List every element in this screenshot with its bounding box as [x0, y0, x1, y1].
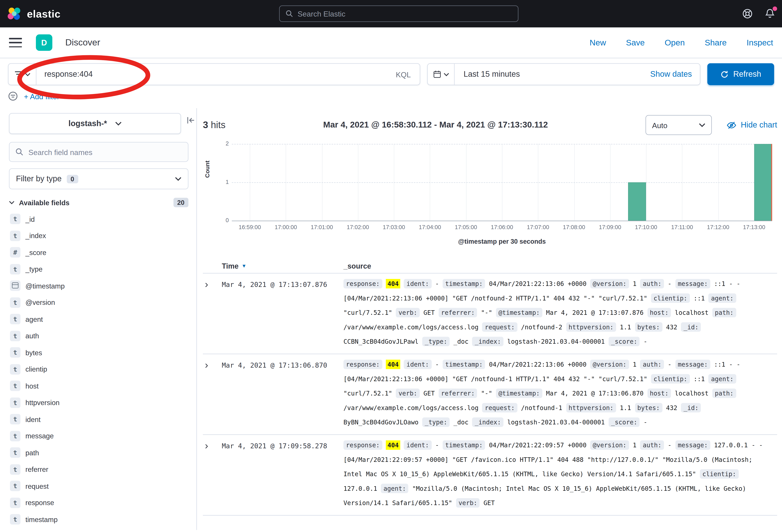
x-tick-label: 17:01:00	[311, 224, 333, 230]
header-action-open[interactable]: Open	[665, 38, 685, 47]
field-item-_index[interactable]: t_index	[9, 227, 188, 244]
source-field-name: _id:	[681, 403, 701, 413]
field-item-httpversion[interactable]: thttpversion	[9, 394, 188, 411]
expand-row-button[interactable]: ›	[203, 276, 222, 290]
calendar-menu-button[interactable]	[428, 64, 455, 85]
filter-list-icon	[14, 71, 22, 78]
source-field-name: agent:	[381, 484, 408, 493]
field-search-input[interactable]: Search field names	[9, 142, 188, 162]
table-body: ›Mar 4, 2021 @ 17:13:07.876response: 404…	[203, 274, 777, 516]
filter-by-type-dropdown[interactable]: Filter by type 0	[9, 168, 188, 189]
alerts-button[interactable]	[765, 8, 775, 19]
expand-row-button[interactable]: ›	[203, 357, 222, 370]
histogram-bar[interactable]	[754, 144, 772, 221]
source-field-name: @version:	[590, 440, 629, 450]
x-tick-label: 17:09:00	[599, 224, 621, 230]
source-field-name: referrer:	[438, 308, 477, 317]
add-filter-link[interactable]: + Add filter	[24, 92, 60, 101]
source-value: -	[668, 441, 672, 449]
field-item-response[interactable]: tresponse	[9, 494, 188, 511]
field-name: response	[26, 499, 54, 507]
field-item-agent[interactable]: tagent	[9, 311, 188, 328]
source-field-name: _type:	[422, 337, 450, 346]
time-range-display: Mar 4, 2021 @ 16:58:30.112 - Mar 4, 2021…	[225, 120, 646, 130]
field-list: t_idt_index#_scoret_type@timestampt@vers…	[9, 211, 188, 528]
interval-select[interactable]: Auto	[646, 115, 712, 135]
gridline-horizontal	[232, 144, 772, 145]
header-action-save[interactable]: Save	[626, 38, 645, 47]
field-item-timestamp[interactable]: ttimestamp	[9, 511, 188, 528]
field-name: auth	[26, 332, 39, 340]
source-field-name: clientip:	[651, 374, 690, 384]
refresh-button[interactable]: Refresh	[707, 63, 774, 85]
collapse-sidebar-button[interactable]	[186, 116, 195, 125]
help-button[interactable]	[742, 8, 753, 19]
header-action-new[interactable]: New	[590, 38, 606, 47]
x-tick-label: 16:59:00	[239, 224, 261, 230]
field-item-request[interactable]: trequest	[9, 478, 188, 495]
field-type-icon: t	[10, 314, 21, 325]
source-value: logstash-2021.03.04-000001	[507, 338, 605, 345]
source-field-name: _score:	[608, 337, 640, 346]
show-dates-link[interactable]: Show dates	[650, 70, 700, 79]
field-item-path[interactable]: tpath	[9, 444, 188, 461]
source-field-name: _type:	[422, 417, 450, 427]
kql-button[interactable]: KQL	[387, 70, 420, 78]
field-item-host[interactable]: thost	[9, 378, 188, 394]
header-action-inspect[interactable]: Inspect	[747, 38, 773, 47]
field-item-auth[interactable]: tauth	[9, 328, 188, 344]
chevron-down-icon	[175, 177, 182, 181]
histogram-chart: Count 012 16:59:0017:00:0017:01:0017:02:…	[203, 143, 776, 249]
source-value: ::1	[694, 375, 705, 383]
expand-row-button[interactable]: ›	[203, 438, 222, 451]
x-tick-label: 17:07:00	[527, 224, 549, 230]
histogram-bar[interactable]	[628, 182, 646, 221]
source-field-name: ident:	[404, 279, 431, 289]
field-type-icon: t	[10, 414, 21, 425]
field-item-_id[interactable]: t_id	[9, 211, 188, 228]
source-value: /var/www/example.com/logs/access.log	[344, 404, 478, 412]
filter-by-type-label: Filter by type	[16, 174, 62, 183]
field-item-bytes[interactable]: tbytes	[9, 344, 188, 361]
index-pattern-selector[interactable]: logstash-*	[9, 113, 181, 134]
source-value: "curl/7.52.1"	[344, 389, 392, 397]
field-name: timestamp	[26, 516, 58, 524]
field-type-icon: t	[10, 214, 21, 224]
type-filter-count-badge: 0	[67, 175, 78, 183]
elastic-home-link[interactable]: elastic	[7, 6, 61, 21]
source-field-name: @timestamp:	[496, 308, 542, 317]
field-name: message	[26, 432, 54, 440]
source-value: GET	[424, 309, 435, 316]
field-item-message[interactable]: tmessage	[9, 428, 188, 444]
source-field-name: path:	[712, 308, 736, 317]
menu-button[interactable]	[9, 38, 22, 47]
field-item-clientip[interactable]: tclientip	[9, 361, 188, 378]
time-column-header[interactable]: Time ▼	[222, 262, 344, 270]
time-range-value[interactable]: Last 15 minutes	[455, 70, 650, 79]
source-field-name: timestamp:	[442, 279, 485, 289]
global-search-input[interactable]: Search Elastic	[279, 6, 519, 22]
hide-chart-link[interactable]: Hide chart	[727, 120, 777, 130]
field-item-@timestamp[interactable]: @timestamp	[9, 277, 188, 294]
chevron-down-icon	[115, 121, 121, 125]
source-field-name: timestamp:	[442, 359, 485, 369]
doc-source: response: 404 ident: - timestamp: 04/Mar…	[344, 276, 777, 349]
field-item-referrer[interactable]: treferrer	[9, 461, 188, 478]
filter-icon[interactable]	[8, 91, 18, 101]
field-item-ident[interactable]: tident	[9, 411, 188, 428]
query-input[interactable]: response:404	[36, 70, 387, 79]
x-axis-title: @timestamp per 30 seconds	[232, 238, 772, 245]
source-value: _doc	[453, 338, 468, 345]
collapse-icon	[186, 116, 195, 125]
query-menu-button[interactable]	[8, 64, 36, 85]
x-tick-label: 17:03:00	[383, 224, 405, 230]
header-action-share[interactable]: Share	[705, 38, 726, 47]
field-item-_score[interactable]: #_score	[9, 244, 188, 261]
available-fields-toggle[interactable]: Available fields 20	[9, 198, 188, 207]
doc-time: Mar 4, 2021 @ 17:09:58.278	[222, 438, 344, 510]
source-field-name: request:	[482, 322, 518, 332]
field-search-placeholder: Search field names	[29, 148, 93, 156]
refresh-icon	[720, 70, 729, 78]
field-item-_type[interactable]: t_type	[9, 261, 188, 277]
field-item-@version[interactable]: t@version	[9, 294, 188, 311]
